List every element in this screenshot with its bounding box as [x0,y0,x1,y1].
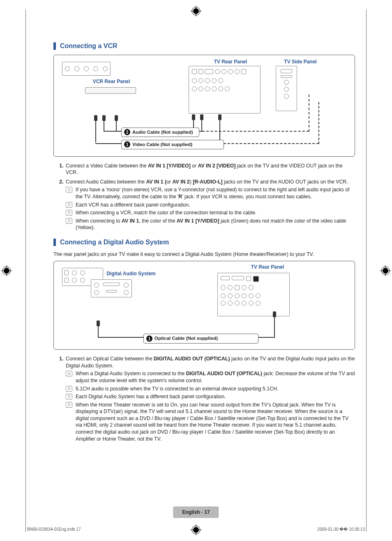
note-item: N Each VCR has a different back panel co… [66,202,355,209]
cable-dashed-line [318,102,319,144]
cable-plug-icon [94,115,97,121]
cable-plug-icon [218,114,221,120]
note-icon: N [66,386,72,392]
cable-label-text: Video Cable (Not supplied) [132,142,192,147]
section-heading-digital-audio: Connecting a Digital Audio System [53,238,355,247]
cable-plug-icon [192,114,195,120]
step-1: Connect a Video Cable between the AV IN … [65,163,355,176]
step-2: Connect Audio Cables between the AV IN 1… [65,179,355,231]
label-audio-cable: 2 Audio Cable (Not supplied) [121,128,199,137]
diagram-digital-audio-connection: Digital Audio System TV Rear Panel [53,261,355,350]
cable-dashed-line [309,95,309,132]
text: or [191,163,198,169]
cable-line [201,120,202,131]
section-heading-vcr: Connecting a VCR [53,42,355,51]
cable-line [104,121,104,131]
text-bold: [R-AUDIO-L] [193,179,222,185]
label-tv-rear-panel: TV Rear Panel [237,264,298,270]
digital-audio-intro: The rear panel jacks on your TV make it … [53,251,355,258]
cable-line [274,317,275,338]
text-bold: AV IN 1 [Y/VIDEO] [148,163,191,169]
text-bold: DIGITAL AUDIO OUT (OPTICAL) [154,356,230,362]
vcr-device-icon [85,87,136,94]
cable-dashed-line [219,143,319,144]
cable-label-text: Optical Cable (Not supplied) [154,336,218,341]
text-bold: AV IN 2 [173,179,190,185]
text-bold: R [178,194,182,200]
callout-number-2: 2 [124,129,130,135]
text: Each VCR has a different back panel conf… [76,202,190,208]
cable-line [116,121,117,131]
note-icon: N [66,402,72,408]
footer-timestamp: 2009-01-30 �� 10:36:13 [317,527,365,532]
text: Connect Audio Cables between the [66,179,146,185]
tv-rear-panel-icon [189,66,261,114]
cable-dashed-line [202,131,309,132]
crop-rule [366,9,367,532]
cable-label-text: Audio Cable (Not supplied) [132,130,193,135]
cable-plug-icon [97,320,100,326]
note-item: N When connecting a VCR, match the color… [66,209,355,216]
page-number-badge: English - 17 [173,506,219,518]
note-icon: N [66,202,72,208]
note-icon: N [66,218,72,224]
text: ' jack. If your VCR is stereo, you must … [182,194,312,200]
text: When a Digital Audio System is connected… [76,371,186,376]
vcr-jacks-icon [62,62,111,76]
heading-text: Connecting a VCR [60,42,118,51]
text-bold: AV IN 1 ( [146,179,167,185]
footer-file-info: BN68-01883A-01Eng.indb 17 [27,527,81,532]
note-icon: N [66,210,72,216]
cable-plug-icon [102,115,106,121]
registration-mark-icon [380,265,391,276]
text: Each Digital Audio System has a differen… [76,394,226,399]
text: When connecting to [76,218,122,224]
note-item: N When the Home Theater receiver is set … [66,402,355,443]
vcr-steps-list: Connect a Video Cable between the AV IN … [53,163,355,231]
note-item: N Each Digital Audio System has a differ… [66,393,355,400]
note-item: N When connecting to AV IN 1, the color … [66,218,355,231]
label-video-cable: 1 Video Cable (Not supplied) [121,140,224,150]
heading-text: Connecting a Digital Audio System [60,238,169,247]
crop-rule [25,9,26,532]
text: When connecting a VCR, match the color o… [76,210,256,216]
registration-mark-icon [1,265,12,276]
text-bold: AV IN 1 [Y/VIDEO] [177,218,219,224]
cable-plug-icon [273,311,276,317]
digital-audio-system-icon [91,279,132,297]
label-digital-audio-system: Digital Audio System [90,270,172,277]
text: 5.1CH audio is possible when the TV is c… [76,386,278,392]
label-tv-rear-panel: TV Rear Panel [202,58,259,65]
cable-plug-icon [115,115,118,121]
label-vcr-rear-panel: VCR Rear Panel [78,78,144,85]
note-icon: N [66,394,72,399]
note-icon: N [66,187,72,193]
step-1: Connect an Optical Cable between the DIG… [65,355,355,442]
label-tv-side-panel: TV Side Panel [272,58,329,65]
text: When the Home Theater receiver is set to… [76,402,348,442]
tv-side-panel-icon [276,66,297,111]
callout-number-1: 1 [146,335,152,341]
note-icon: N [66,371,72,376]
registration-mark-icon [191,525,201,535]
note-item: N If you have a 'mono' (non-stereo) VCR,… [66,186,355,200]
text: , the color of the [139,218,177,224]
tv-rear-panel-icon [217,273,290,316]
note-item: N 5.1CH audio is possible when the TV is… [66,385,355,392]
text: or [166,179,172,185]
text: Connect a Video Cable between the [66,163,148,169]
text: Connect an Optical Cable between the [66,356,154,362]
cable-line [98,326,99,337]
digital-audio-steps-list: Connect an Optical Cable between the DIG… [53,355,355,442]
text: jacks on the TV and the AUDIO OUT jacks … [223,179,348,185]
diagram-vcr-connection: VCR Rear Panel TV Rear Panel TV Side Pan… [53,55,355,157]
text-bold: DIGITAL AUDIO OUT (OPTICAL) [186,371,263,376]
callout-number-1: 1 [124,142,130,148]
cable-plug-icon [200,114,203,120]
cable-line [95,121,96,142]
text-bold: AV IN 2 [VIDEO] [198,163,236,169]
note-item: N When a Digital Audio System is connect… [66,370,355,384]
registration-mark-icon [191,6,201,16]
label-optical-cable: 1 Optical Cable (Not supplied) [143,334,258,344]
text-bold: AV IN 1 [122,218,139,224]
